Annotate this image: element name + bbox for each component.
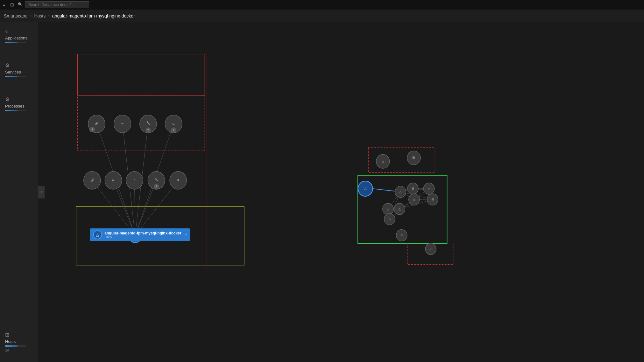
badge-proc4-text: 2 [156, 185, 157, 188]
cluster-node-3-icon: △ [428, 186, 430, 190]
hosts-label: Hosts [5, 339, 16, 344]
menu-icon[interactable]: ≡ [3, 2, 8, 7]
breadcrumb-current: angular-magento-fpm-mysql-nginx-docker [52, 13, 135, 18]
cluster-node-5-icon: ⊞ [431, 197, 434, 201]
network-canvas[interactable]: ‹ 🔗 3 ✏ 🔧 2 [38, 22, 644, 362]
sidebar-item-services[interactable]: ⚙ Services [0, 62, 38, 77]
sidebar-item-applications[interactable]: ○ Applications [0, 29, 38, 43]
applications-selection-box [78, 54, 205, 95]
services-icon: ⚙ [5, 62, 10, 68]
hosts-icon: ⊞ [5, 332, 9, 338]
service-node-1-icon: 🔗 [95, 122, 99, 126]
breadcrumb: Smartscape › Hosts › angular-magento-fpm… [0, 10, 644, 22]
applications-bar [5, 42, 26, 43]
grid-icon[interactable]: ⊞ [10, 2, 15, 7]
right-linux-icon-1: △ [382, 159, 385, 163]
processes-icon: ⚙ [5, 96, 10, 102]
cluster-node-2-icon: ⊞ [412, 186, 414, 190]
popup-os: Linux [104, 235, 181, 239]
processes-label: Processes [5, 104, 25, 108]
topbar: ≡ ⊞ 🔍 [0, 0, 644, 10]
cluster-node-9-icon: ⊞ [400, 233, 403, 237]
cluster-node-7-icon: △ [387, 207, 389, 210]
sidebar: ○ Applications ⚙ Services ⚙ Processes ⊞ … [0, 22, 38, 362]
breadcrumb-smartscape[interactable]: Smartscape [4, 13, 28, 18]
badge-3-text: 2 [147, 129, 149, 132]
service-node-4-icon: G [173, 122, 175, 125]
main-content: ○ Applications ⚙ Services ⚙ Processes ⊞ … [0, 22, 644, 362]
right-windows-icon-1: ⊞ [412, 156, 415, 159]
process-node-3-icon: ≡ [134, 178, 136, 182]
cluster-node-6-icon: △ [398, 207, 401, 210]
network-graph: 🔗 3 ✏ 🔧 2 G 2 🔗 [38, 22, 644, 362]
processes-bar [5, 110, 26, 111]
search-input[interactable] [25, 1, 89, 8]
sidebar-item-hosts[interactable]: ⊞ Hosts 34 [0, 332, 38, 352]
process-node-1-icon: 🔗 [90, 178, 95, 182]
applications-label: Applications [5, 36, 27, 40]
popup-title: angular-magento-fpm-mysql-nginx-docker [104, 231, 181, 235]
badge-1-text: 3 [91, 128, 93, 131]
services-label: Services [5, 70, 21, 74]
services-bar [5, 76, 26, 77]
bottom-right-icon: ○ [430, 247, 432, 250]
hosts-bar [5, 345, 26, 347]
cluster-node-4-icon: △ [413, 197, 415, 201]
hosts-count: 34 [5, 348, 9, 352]
sidebar-item-processes[interactable]: ⚙ Processes [0, 96, 38, 111]
badge-4-text: 2 [173, 129, 174, 132]
popup-text: angular-magento-fpm-mysql-nginx-docker L… [104, 231, 181, 239]
cluster-center-icon: △ [399, 190, 402, 193]
process-node-4-icon: 🔧 [154, 177, 159, 181]
search-icon: 🔍 [18, 2, 23, 7]
service-node-2-icon: ✏ [121, 122, 124, 125]
cluster-node-8-icon: △ [388, 217, 391, 220]
green-selected-icon: △ [364, 186, 367, 190]
popup-external-link[interactable]: ↗ [184, 233, 187, 237]
process-node-2-icon: ✏ [112, 178, 115, 182]
process-node-5-icon: G [177, 178, 179, 182]
breadcrumb-hosts[interactable]: Hosts [34, 13, 46, 18]
service-node-3-icon: 🔧 [146, 121, 151, 125]
applications-icon: ○ [5, 29, 8, 34]
host-popup[interactable]: △ angular-magento-fpm-mysql-nginx-docker… [90, 228, 190, 241]
popup-icon: △ [93, 230, 102, 239]
collapse-toggle[interactable]: ‹ [38, 186, 45, 198]
